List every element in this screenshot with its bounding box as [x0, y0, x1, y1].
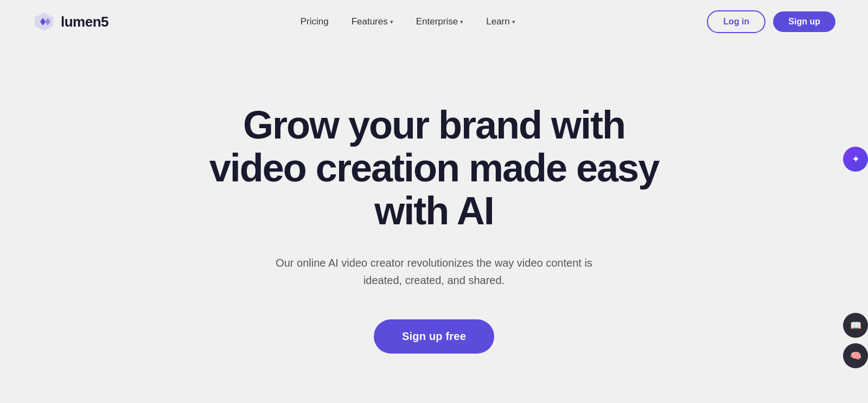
nav-item-enterprise[interactable]: Enterprise ▾ [407, 12, 472, 32]
hero-section: Grow your brand with video creation made… [0, 43, 868, 403]
book-widget[interactable]: 📖 [843, 313, 868, 338]
nav-item-pricing[interactable]: Pricing [292, 12, 337, 32]
nav-link-enterprise[interactable]: Enterprise ▾ [407, 12, 472, 32]
chevron-down-icon: ▾ [460, 18, 463, 26]
chevron-down-icon: ▾ [512, 18, 515, 26]
logo-link[interactable]: lumen5 [33, 10, 108, 33]
chevron-down-icon: ▾ [390, 18, 393, 26]
navbar: lumen5 Pricing Features ▾ Enterprise ▾ L… [0, 0, 868, 43]
nav-actions: Log in Sign up [707, 10, 835, 33]
nav-item-learn[interactable]: Learn ▾ [477, 12, 524, 32]
signup-free-button[interactable]: Sign up free [374, 319, 494, 354]
logo-icon [33, 10, 55, 33]
login-button[interactable]: Log in [707, 10, 765, 33]
logo-text: lumen5 [61, 14, 108, 30]
signup-button[interactable]: Sign up [773, 11, 835, 32]
brain-widget[interactable]: 🧠 [843, 343, 868, 368]
sparkle-icon: ✦ [852, 153, 860, 165]
brain-icon: 🧠 [850, 350, 861, 362]
nav-links: Pricing Features ▾ Enterprise ▾ Learn ▾ [292, 12, 524, 32]
nav-link-learn[interactable]: Learn ▾ [477, 12, 524, 32]
hero-title: Grow your brand with video creation made… [190, 104, 678, 233]
hero-subtitle: Our online AI video creator revolutioniz… [266, 254, 602, 289]
nav-link-pricing[interactable]: Pricing [292, 12, 337, 32]
book-icon: 📖 [850, 320, 861, 331]
nav-item-features[interactable]: Features ▾ [343, 12, 402, 32]
ai-chat-widget[interactable]: ✦ [843, 147, 868, 172]
nav-link-features[interactable]: Features ▾ [343, 12, 402, 32]
